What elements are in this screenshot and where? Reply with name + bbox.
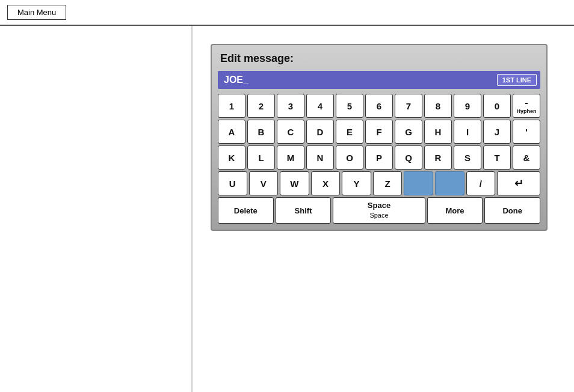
key-v[interactable]: V xyxy=(249,171,279,195)
main-content: Edit message: 1ST LINE 1 2 3 4 5 6 7 8 xyxy=(0,26,574,392)
key-4[interactable]: 4 xyxy=(306,94,334,118)
key-n[interactable]: N xyxy=(306,145,334,170)
key-p[interactable]: P xyxy=(365,145,393,170)
delete-button[interactable]: Delete xyxy=(218,197,274,224)
space-label-top: Space xyxy=(368,201,390,211)
key-1[interactable]: 1 xyxy=(218,94,245,118)
key-9[interactable]: 9 xyxy=(454,94,481,118)
hyphen-label: Hyphen xyxy=(516,108,536,115)
key-0[interactable]: 0 xyxy=(483,94,511,118)
key-b[interactable]: B xyxy=(247,120,275,144)
key-j[interactable]: J xyxy=(483,120,511,144)
more-button[interactable]: More xyxy=(427,197,483,224)
key-k[interactable]: K xyxy=(218,145,245,170)
key-x[interactable]: X xyxy=(311,171,341,195)
key-hyphen[interactable]: - Hyphen xyxy=(513,94,540,118)
key-e[interactable]: E xyxy=(336,120,363,144)
key-apostrophe[interactable]: ' xyxy=(513,120,540,144)
key-3[interactable]: 3 xyxy=(277,94,304,118)
left-panel xyxy=(0,26,193,392)
done-button[interactable]: Done xyxy=(484,197,540,224)
key-q[interactable]: Q xyxy=(395,145,422,170)
key-6[interactable]: 6 xyxy=(365,94,393,118)
main-menu-button[interactable]: Main Menu xyxy=(7,5,66,20)
key-i[interactable]: I xyxy=(454,120,481,144)
right-panel: Edit message: 1ST LINE 1 2 3 4 5 6 7 8 xyxy=(193,26,574,392)
key-slash[interactable]: / xyxy=(466,171,496,195)
space-button[interactable]: Space Space xyxy=(333,197,425,224)
key-rows: 1 2 3 4 5 6 7 8 9 0 - Hyphen xyxy=(218,94,540,195)
key-c[interactable]: C xyxy=(277,120,304,144)
key-8[interactable]: 8 xyxy=(424,94,452,118)
text-display-row: 1ST LINE xyxy=(218,71,540,89)
action-row: Delete Shift Space Space More Done xyxy=(218,197,540,224)
key-o[interactable]: O xyxy=(336,145,363,170)
top-bar: Main Menu xyxy=(0,0,574,26)
row-u-z: U V W X Y Z / ↵ xyxy=(218,171,540,195)
key-s[interactable]: S xyxy=(454,145,481,170)
keyboard-widget: Edit message: 1ST LINE 1 2 3 4 5 6 7 8 xyxy=(211,44,548,231)
edit-message-title: Edit message: xyxy=(218,52,540,65)
key-y[interactable]: Y xyxy=(342,171,371,195)
row-a-j: A B C D E F G H I J ' xyxy=(218,120,540,144)
key-l[interactable]: L xyxy=(247,145,275,170)
key-g[interactable]: G xyxy=(395,120,422,144)
hyphen-dash-icon: - xyxy=(525,97,528,108)
key-d[interactable]: D xyxy=(306,120,334,144)
row-k-t: K L M N O P Q R S T & xyxy=(218,145,540,170)
key-u[interactable]: U xyxy=(218,171,247,195)
key-z[interactable]: Z xyxy=(373,171,403,195)
key-blue-2[interactable] xyxy=(435,171,464,195)
key-blue-1[interactable] xyxy=(404,171,433,195)
key-f[interactable]: F xyxy=(365,120,393,144)
message-text-input[interactable] xyxy=(221,73,497,87)
key-7[interactable]: 7 xyxy=(395,94,422,118)
key-ampersand[interactable]: & xyxy=(513,145,540,170)
space-label-bottom: Space xyxy=(369,211,388,219)
number-row: 1 2 3 4 5 6 7 8 9 0 - Hyphen xyxy=(218,94,540,118)
key-m[interactable]: M xyxy=(277,145,304,170)
shift-button[interactable]: Shift xyxy=(276,197,332,224)
line-badge: 1ST LINE xyxy=(497,74,537,86)
key-5[interactable]: 5 xyxy=(336,94,363,118)
key-2[interactable]: 2 xyxy=(247,94,275,118)
key-w[interactable]: W xyxy=(280,171,309,195)
key-h[interactable]: H xyxy=(424,120,452,144)
key-a[interactable]: A xyxy=(218,120,245,144)
key-r[interactable]: R xyxy=(424,145,452,170)
key-enter[interactable]: ↵ xyxy=(497,171,540,195)
key-t[interactable]: T xyxy=(483,145,511,170)
